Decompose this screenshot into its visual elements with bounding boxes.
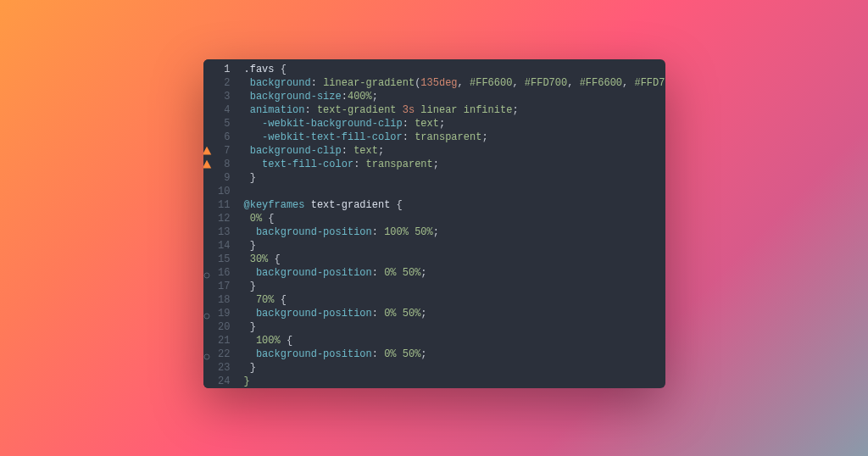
code-line[interactable]: 30% { [244, 253, 665, 266]
code-token: ; [481, 131, 487, 143]
line-number: 5 [224, 118, 231, 130]
code-token: { [281, 335, 292, 347]
code-token [244, 77, 250, 89]
code-line[interactable]: background-position: 100% 50%; [244, 225, 665, 239]
code-token: 0% 50% [384, 348, 420, 360]
code-token: } [244, 172, 256, 184]
line-number: 22 [218, 348, 231, 360]
code-token: , [458, 77, 470, 89]
code-line[interactable]: background-clip: text; [244, 144, 665, 158]
code-token [244, 118, 263, 130]
code-token: 135 [420, 77, 439, 89]
code-line[interactable]: background-size:400%; [244, 90, 665, 103]
gutter-line: 11 [203, 198, 232, 212]
code-line[interactable] [244, 185, 665, 198]
code-line[interactable]: -webkit-background-clip: text; [244, 117, 665, 131]
code-token: animation [250, 104, 305, 116]
code-token: transparent [366, 158, 433, 170]
line-number: 18 [218, 294, 231, 306]
line-number: 9 [224, 172, 231, 184]
line-number: 3 [224, 91, 231, 103]
code-token: deg [439, 77, 458, 89]
code-line[interactable]: text-fill-color: transparent; [244, 158, 665, 171]
code-token: : [372, 267, 384, 279]
code-line[interactable]: } [244, 320, 665, 334]
code-token: 100% 50% [384, 226, 433, 238]
gutter-line: 14 [203, 239, 232, 253]
gutter-line: 21 [203, 334, 232, 348]
code-token: -webkit-background-clip [262, 118, 403, 130]
line-number: 7 [224, 145, 231, 157]
code-line[interactable]: } [244, 171, 665, 185]
code-line[interactable]: .favs { [244, 63, 665, 76]
svg-point-1 [204, 314, 209, 319]
line-number: 10 [218, 186, 231, 197]
gutter-line: 7 [203, 144, 232, 158]
code-line[interactable]: -webkit-text-fill-color: transparent; [244, 131, 665, 144]
line-number: 1 [224, 64, 231, 75]
line-number: 12 [218, 213, 231, 225]
code-line[interactable]: } [244, 280, 665, 293]
code-line[interactable]: } [244, 375, 665, 388]
code-token: 30% [250, 253, 269, 265]
info-icon [203, 310, 210, 317]
code-line[interactable]: animation: text-gradient 3s linear infin… [244, 103, 665, 117]
gutter-line: 24 [203, 375, 232, 388]
code-line[interactable]: 100% { [244, 334, 665, 348]
code-token: transparent [415, 131, 481, 143]
code-token: 70% [256, 294, 275, 306]
code-token: { [390, 199, 402, 211]
code-token: ; [439, 118, 445, 130]
gutter-line: 15 [203, 253, 232, 266]
line-number: 6 [224, 131, 231, 143]
code-token: background-clip [250, 145, 342, 157]
code-line[interactable]: @keyframes text-gradient { [244, 198, 665, 212]
code-editor[interactable]: 123456789101112131415161718192021222324 … [203, 59, 665, 388]
gutter-line: 1 [203, 63, 232, 76]
gutter-line: 8 [203, 158, 232, 171]
code-token [244, 104, 250, 116]
code-line[interactable]: background-position: 0% 50%; [244, 307, 665, 320]
code-token: background-position [256, 267, 372, 279]
code-token: background-position [256, 226, 372, 238]
code-token [244, 348, 256, 360]
code-token: { [268, 253, 280, 265]
code-line[interactable]: 0% { [244, 212, 665, 225]
gutter-line: 10 [203, 185, 232, 198]
gutter-line: 4 [203, 103, 232, 117]
code-token: background-size [250, 91, 342, 103]
code-token: 3s [403, 104, 415, 116]
code-line[interactable]: background: linear-gradient(135deg, #FF6… [244, 76, 665, 90]
svg-point-2 [204, 354, 209, 359]
line-number: 15 [218, 253, 231, 265]
gutter-line: 2 [203, 76, 232, 90]
line-number: 23 [218, 362, 231, 374]
code-token: text-gradient [317, 104, 403, 116]
code-token: text-fill-color [262, 158, 353, 170]
code-line[interactable]: background-position: 0% 50%; [244, 266, 665, 280]
code-token: #FFD700 [634, 77, 665, 89]
code-token: ; [420, 348, 426, 360]
code-token: background-position [256, 348, 372, 360]
code-token: .favs [244, 64, 275, 75]
code-token: } [244, 375, 250, 387]
code-token: : [342, 145, 353, 157]
code-area: 123456789101112131415161718192021222324 … [203, 59, 665, 388]
line-number: 19 [218, 308, 231, 320]
code-line[interactable]: } [244, 239, 665, 253]
code-token: #FF6600 [580, 77, 622, 89]
code-token: background-position [256, 308, 372, 320]
gutter-line: 16 [203, 266, 232, 280]
code-line[interactable]: } [244, 361, 665, 375]
code-token: } [244, 321, 256, 333]
code-token: : [372, 308, 384, 320]
code-token: ; [420, 308, 426, 320]
code-token: : [305, 104, 317, 116]
code-content[interactable]: .favs { background: linear-gradient(135d… [237, 59, 665, 388]
code-token: 0% 50% [384, 267, 420, 279]
code-line[interactable]: background-position: 0% 50%; [244, 348, 665, 361]
code-token: -webkit-text-fill-color [262, 131, 403, 143]
gutter-line: 17 [203, 280, 232, 293]
code-line[interactable]: 70% { [244, 293, 665, 307]
code-token: : [372, 348, 384, 360]
